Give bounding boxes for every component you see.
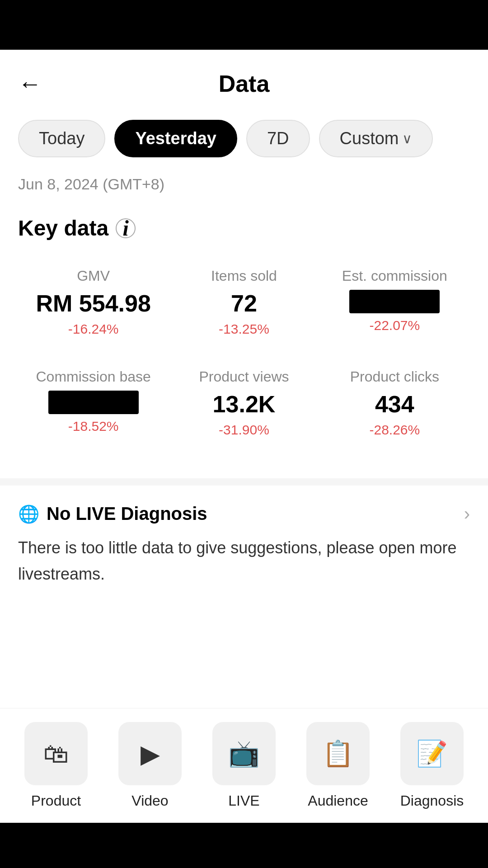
metric-commission-base: Commission base -18.52% <box>18 359 169 451</box>
metrics-grid-row2: Commission base -18.52% Product views 13… <box>18 359 470 451</box>
diagnosis-icon-box: 📝 <box>400 722 464 785</box>
key-data-section: Key data i GMV RM 554.98 -16.24% Items s… <box>0 207 488 478</box>
metric-items-sold: Items sold 72 -13.25% <box>169 259 319 350</box>
diagnosis-section: 🌐 No LIVE Diagnosis › There is too littl… <box>0 486 488 605</box>
nav-item-product[interactable]: 🛍 Product <box>9 722 103 809</box>
header: ← Data <box>0 50 488 111</box>
bottom-bar <box>0 823 488 868</box>
video-icon-box: ▶ <box>118 722 182 785</box>
audience-label: Audience <box>308 793 368 809</box>
gmv-change: -16.24% <box>68 321 119 337</box>
product-views-value: 13.2K <box>213 391 276 418</box>
product-icon: 🛍 <box>43 739 69 769</box>
filter-tabs: Today Yesterday 7D Custom ∨ <box>0 111 488 171</box>
tab-7d[interactable]: 7D <box>246 120 310 157</box>
diagnosis-header: 🌐 No LIVE Diagnosis › <box>18 504 470 524</box>
gmv-value: RM 554.98 <box>36 290 150 317</box>
est-commission-change: -22.07% <box>369 318 420 333</box>
info-icon[interactable]: i <box>116 218 136 238</box>
live-icon: 📺 <box>228 739 260 769</box>
back-arrow-icon: ← <box>18 72 42 95</box>
metric-est-commission: Est. commission -22.07% <box>319 259 470 350</box>
key-data-label: Key data <box>18 216 108 241</box>
audience-icon: 📋 <box>322 739 354 769</box>
diagnosis-label: Diagnosis <box>400 793 464 809</box>
page-title: Data <box>219 70 270 97</box>
commission-base-label: Commission base <box>36 368 151 385</box>
est-commission-label: Est. commission <box>342 268 447 284</box>
key-data-title: Key data i <box>18 216 470 241</box>
nav-item-diagnosis[interactable]: 📝 Diagnosis <box>385 722 479 809</box>
globe-icon: 🌐 <box>18 504 39 524</box>
live-label: LIVE <box>228 793 259 809</box>
items-sold-label: Items sold <box>211 268 277 284</box>
product-clicks-label: Product clicks <box>350 368 439 385</box>
tab-today[interactable]: Today <box>18 120 105 157</box>
nav-item-audience[interactable]: 📋 Audience <box>291 722 385 809</box>
back-button[interactable]: ← <box>18 72 42 95</box>
status-bar <box>0 0 488 50</box>
items-sold-change: -13.25% <box>219 321 269 337</box>
gmv-label: GMV <box>77 268 110 284</box>
tab-custom[interactable]: Custom ∨ <box>319 120 433 157</box>
product-label: Product <box>31 793 81 809</box>
product-views-change: -31.90% <box>219 422 269 438</box>
main-content: ← Data Today Yesterday 7D Custom ∨ Jun 8… <box>0 50 488 818</box>
tab-yesterday[interactable]: Yesterday <box>114 120 237 157</box>
bottom-nav: 🛍 Product ▶ Video 📺 LIVE 📋 Audience 📝 <box>0 708 488 823</box>
nav-item-live[interactable]: 📺 LIVE <box>197 722 291 809</box>
diagnosis-title: 🌐 No LIVE Diagnosis <box>18 504 207 524</box>
live-icon-box: 📺 <box>212 722 276 785</box>
commission-base-change: -18.52% <box>68 419 119 434</box>
video-icon: ▶ <box>141 739 160 769</box>
commission-base-redacted <box>48 391 139 414</box>
chevron-right-icon[interactable]: › <box>464 504 470 524</box>
diagnosis-description: There is too little data to give suggest… <box>18 535 470 587</box>
product-views-label: Product views <box>199 368 289 385</box>
diagnosis-title-text: No LIVE Diagnosis <box>47 504 207 524</box>
nav-item-video[interactable]: ▶ Video <box>103 722 197 809</box>
metric-gmv: GMV RM 554.98 -16.24% <box>18 259 169 350</box>
product-clicks-change: -28.26% <box>369 422 420 438</box>
date-label: Jun 8, 2024 (GMT+8) <box>0 171 488 207</box>
product-icon-box: 🛍 <box>24 722 88 785</box>
metric-product-clicks: Product clicks 434 -28.26% <box>319 359 470 451</box>
items-sold-value: 72 <box>231 290 257 317</box>
est-commission-redacted <box>349 290 440 313</box>
chevron-down-icon: ∨ <box>402 131 412 146</box>
diagnosis-nav-icon: 📝 <box>416 739 448 769</box>
custom-label: Custom <box>340 129 399 148</box>
product-clicks-value: 434 <box>375 391 414 418</box>
audience-icon-box: 📋 <box>306 722 370 785</box>
metric-product-views: Product views 13.2K -31.90% <box>169 359 319 451</box>
video-label: Video <box>131 793 168 809</box>
metrics-grid-row1: GMV RM 554.98 -16.24% Items sold 72 -13.… <box>18 259 470 350</box>
section-divider <box>0 478 488 486</box>
